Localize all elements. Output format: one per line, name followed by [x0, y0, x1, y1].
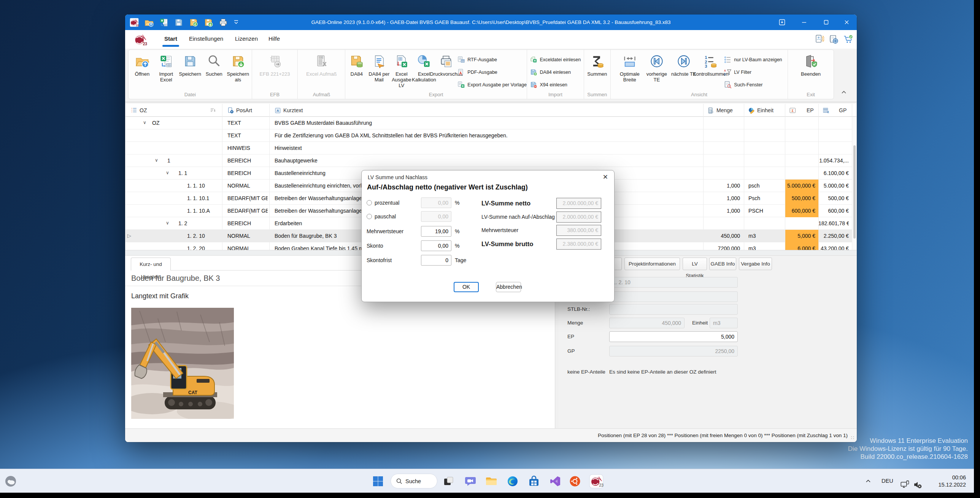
search-box[interactable]: Suche — [391, 474, 438, 488]
taskbar-chat[interactable] — [463, 474, 478, 489]
volume-muted-icon[interactable] — [913, 476, 923, 486]
tray-chevron[interactable] — [865, 469, 871, 493]
header-gp-label[interactable]: GP — [839, 104, 846, 117]
ribbon-button-beenden[interactable]: Beenden — [790, 52, 832, 77]
detail-tab-gaeb-info[interactable]: GAEB Info — [709, 257, 736, 270]
skonto-input[interactable]: 0,00 — [421, 241, 452, 251]
ribbon-button-such-fenster[interactable]: Such-Fenster — [724, 81, 782, 89]
ribbon-button-export-ausgabe-per-vorlage[interactable]: Export Ausgabe per Vorlage — [458, 81, 527, 89]
manual-icon[interactable] — [829, 34, 839, 45]
expand-icon[interactable]: ∨ — [155, 155, 158, 167]
radio-pauschal[interactable] — [367, 214, 372, 219]
cancel-button[interactable]: Abbrechen — [496, 282, 521, 292]
table-row[interactable]: TEXTFür die Zertifizierung von GAEB DA X… — [126, 129, 852, 142]
detail-tab-lv-statistik[interactable]: LV Statistik — [682, 257, 707, 270]
taskbar-task-view[interactable] — [441, 474, 457, 489]
detail-tab-vergabe-info[interactable]: Vergabe Info — [739, 257, 772, 270]
tab-lizenzen[interactable]: Lizenzen — [233, 30, 260, 49]
ribbon-button-optimale-breite[interactable]: Optimale Breite — [616, 52, 643, 89]
ribbon-button-kontrollsummen[interactable]: 123Kontrollsummen — [697, 52, 724, 89]
quickbar-folder-open[interactable] — [145, 18, 154, 27]
weather-widget[interactable] — [3, 474, 18, 489]
ribbon-button-nur-lv-baum-anzeigen[interactable]: nur LV-Baum anzeigen — [724, 56, 782, 64]
expand-icon[interactable]: ∨ — [143, 117, 146, 129]
ribbon-button-efb-221-223[interactable]: EFB 221+223 — [254, 52, 296, 77]
prozentual-input[interactable]: 0,00 — [421, 198, 452, 208]
quickbar-print[interactable] — [219, 18, 228, 27]
ribbon-button-druckvorschau[interactable]: Druckvorschau — [435, 52, 458, 89]
resize-grip[interactable]: ∷ — [851, 435, 854, 441]
header-einheit[interactable]: Einheit — [748, 104, 773, 117]
ep-field[interactable]: 5,000 — [609, 331, 738, 342]
minimize-button[interactable] — [795, 14, 813, 30]
ok-button[interactable]: OK — [454, 282, 479, 292]
network-icon[interactable] — [900, 476, 910, 486]
shop-icon[interactable] — [843, 34, 853, 45]
table-row[interactable]: HINWEISHinweistext — [126, 142, 852, 155]
table-row[interactable]: ∨OZTEXTBVBS GAEB Musterdatei Bauausführu… — [126, 117, 852, 129]
stlb-field[interactable] — [609, 304, 738, 314]
header-kurztext[interactable]: AKurztext — [275, 104, 303, 117]
taskbar-visual-studio[interactable] — [547, 474, 563, 489]
kurztext-field[interactable] — [609, 291, 738, 302]
header-ep-label[interactable]: EP — [807, 104, 814, 117]
ribbon-button-rtf-ausgabe[interactable]: RTF-Ausgabe — [458, 56, 527, 64]
ribbon-button-speichern-als[interactable]: Speichern als — [226, 52, 250, 83]
header-posart[interactable]: PosArt — [228, 104, 252, 117]
quickbar-save[interactable] — [174, 18, 183, 27]
ribbon-button-nächste-te[interactable]: nächste TE — [670, 52, 697, 89]
table-row[interactable]: ∨1BEREICHBauhauptgewerke1.054.734,... — [126, 155, 852, 167]
ribbon-button-suchen[interactable]: Suchen — [202, 52, 226, 83]
quickbar-save-as[interactable] — [204, 18, 213, 27]
ribbon-button-exceldatei-einlesen[interactable]: Exceldatei einlesen — [530, 56, 581, 64]
ribbon-button-lv-filter[interactable]: AZLV Filter — [724, 69, 782, 76]
radio-prozentual[interactable] — [367, 200, 372, 206]
tab-start[interactable]: Start — [159, 30, 183, 49]
expand-icon[interactable]: ∨ — [166, 167, 169, 180]
ribbon-button-import-excel[interactable]: Import Excel — [154, 52, 178, 83]
taskbar-explorer[interactable] — [484, 474, 499, 489]
ribbon-button-öffnen[interactable]: Öffnen — [130, 52, 154, 83]
mwst-input[interactable]: 19,00 — [421, 226, 452, 237]
taskbar-ubuntu[interactable] — [567, 474, 582, 489]
ribbon-button-da84-einlesen[interactable]: DA84 einlesen — [530, 69, 581, 76]
quickbar-dropdown-icon[interactable] — [234, 18, 239, 27]
titlebar[interactable]: 23€ GAEB-Online 2023 (9.1.0.0-x64) - GAE… — [125, 14, 857, 30]
taskbar-edge[interactable] — [505, 474, 520, 489]
contact-icon[interactable] — [814, 34, 824, 45]
layout-button[interactable] — [773, 14, 791, 30]
detail-tab-projektinformationen[interactable]: Projektinformationen — [624, 257, 680, 270]
ribbon-button-da84[interactable]: DA84 — [345, 52, 368, 89]
ribbon-button-summen[interactable]: Summen — [585, 52, 608, 77]
maximize-button[interactable] — [817, 14, 835, 30]
dialog-close-icon[interactable]: ✕ — [603, 173, 608, 181]
tab-kurz-langtext[interactable]: Kurz- und Langtext — [131, 257, 171, 270]
header-ep[interactable]: Σ — [789, 104, 796, 117]
ribbon-button-excel-aufmaß[interactable]: 0.00Excel Aufmaß — [300, 52, 344, 77]
quickbar-save-euro[interactable]: € — [189, 18, 198, 27]
table-scrollbar[interactable] — [852, 117, 856, 250]
taskbar-store[interactable] — [526, 474, 541, 489]
quickbar-excel-import[interactable] — [159, 18, 169, 27]
tab-einstellungen[interactable]: Einstellungen — [189, 30, 223, 49]
oz-field[interactable]: 1. 2. 10 — [609, 277, 738, 287]
ribbon-button-excel-kalkulation[interactable]: Excel Kalkulation — [413, 52, 435, 89]
ribbon-button-da84-per-mail[interactable]: DA84 per Mail — [368, 52, 390, 89]
ribbon-button-excel-ausgabe-lv[interactable]: Excel Ausgabe LV — [390, 52, 413, 89]
collapse-ribbon-icon[interactable] — [841, 89, 847, 97]
einheit-field[interactable]: m3 — [710, 318, 738, 328]
language-indicator[interactable]: DEU — [881, 469, 893, 493]
tab-hilfe[interactable]: Hilfe — [264, 30, 285, 49]
taskbar-gaeb[interactable]: 23 — [589, 474, 604, 489]
ribbon-button-speichern[interactable]: Speichern — [178, 52, 202, 83]
ribbon-button-x94-einlesen[interactable]: X94 einlesen — [530, 81, 581, 89]
ribbon-button-vorherige-te[interactable]: vorherige TE — [643, 52, 670, 89]
skontofrist-input[interactable]: 0 — [421, 255, 452, 265]
taskbar-start[interactable] — [371, 474, 386, 489]
clock[interactable]: 00:06 15.12.2022 — [923, 474, 966, 488]
ribbon-button-pdf-ausgabe[interactable]: PDF-Ausgabe — [458, 69, 527, 76]
expand-icon[interactable]: ∨ — [166, 217, 169, 230]
sort-icon[interactable] — [210, 104, 216, 117]
pauschal-input[interactable]: 0,00 — [421, 211, 452, 222]
header-gp[interactable]: Σ — [823, 104, 829, 117]
